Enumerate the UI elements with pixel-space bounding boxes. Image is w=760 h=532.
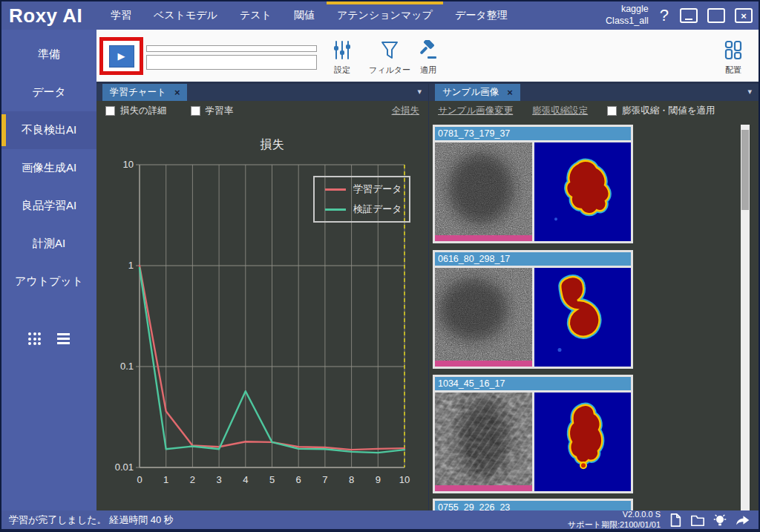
- sidebar: 準備データ不良検出AI画像生成AI良品学習AI計測AIアウトプット: [1, 30, 96, 512]
- nav-menu: 学習ベストモデルテスト閾値アテンションマップデータ整理: [99, 1, 519, 30]
- tab-label: サンプル画像: [442, 86, 499, 99]
- sidebar-menu: 準備データ不良検出AI画像生成AI良品学習AI計測AIアウトプット: [1, 30, 96, 301]
- play-button[interactable]: ▶: [109, 45, 134, 68]
- sample-heatmap-image: [534, 268, 631, 367]
- filter-button[interactable]: フィルター: [367, 40, 413, 76]
- sidebar-item-label: 良品学習AI: [22, 199, 76, 213]
- filter-icon: [380, 40, 399, 60]
- sample-card[interactable]: 0781_73_179_37: [433, 125, 633, 243]
- nav-item-2[interactable]: テスト: [229, 1, 283, 30]
- layout-icon: [724, 40, 743, 60]
- sample-panel-tabstrip: サンプル画像 × ▾: [429, 84, 759, 101]
- nav-item-0[interactable]: 学習: [99, 1, 142, 30]
- progress-bar-bottom: [146, 55, 317, 70]
- sidebar-item-0[interactable]: 準備: [1, 36, 96, 73]
- nav-item-3[interactable]: 閾値: [283, 1, 326, 30]
- legend-swatch: [325, 188, 346, 191]
- maximize-icon[interactable]: [707, 8, 725, 23]
- sidebar-bottom-icons: [1, 332, 96, 345]
- statusbar-right: V2.0.0.0 S サポート期限:2100/01/01: [568, 510, 759, 529]
- nav-item-label: 学習: [111, 9, 131, 22]
- sidebar-item-2[interactable]: 不良検出AI: [1, 111, 96, 149]
- change-sample-link[interactable]: サンプル画像変更: [438, 105, 513, 117]
- nav-item-label: ベストモデル: [154, 9, 217, 22]
- grid-dots-icon[interactable]: [28, 332, 41, 345]
- sample-card-images: [435, 268, 631, 367]
- sample-panel: サンプル画像 × ▾ サンプル画像変更 膨張収縮設定 膨張収縮・閾値を適用 07…: [429, 84, 759, 512]
- sidebar-item-label: 不良検出AI: [22, 123, 76, 137]
- sample-gray-image: [435, 142, 532, 241]
- x-tick-label: 5: [269, 474, 275, 485]
- tab-sample-images[interactable]: サンプル画像 ×: [435, 84, 520, 101]
- scrollbar-thumb[interactable]: [741, 130, 749, 210]
- fabric-texture-overlay: [435, 393, 532, 491]
- nav-item-1[interactable]: ベストモデル: [142, 1, 229, 30]
- sample-gray-image: [435, 393, 532, 491]
- active-sidebar-indicator: [1, 114, 6, 146]
- sample-card[interactable]: 1034_45_16_17: [433, 375, 633, 493]
- chart-panel: 学習チャート × ▾ 損失の詳細 学習率 全損失 012345678910101…: [96, 84, 428, 512]
- status-message: 学習が完了しました。 経過時間 40 秒: [1, 513, 174, 527]
- tab-close-icon[interactable]: ×: [507, 87, 513, 98]
- minimize-icon[interactable]: [680, 8, 698, 23]
- active-tab-indicator: [327, 1, 443, 4]
- class-name: Class1_all: [606, 16, 649, 27]
- sidebar-item-label: データ: [32, 85, 66, 99]
- list-icon[interactable]: [57, 333, 70, 344]
- play-icon: ▶: [118, 50, 125, 62]
- apply-label: 適用: [420, 65, 436, 76]
- x-tick-label: 8: [349, 474, 354, 485]
- minimize-glyph: [685, 19, 692, 20]
- sample-card[interactable]: 0616_80_298_17: [433, 250, 633, 369]
- x-tick-label: 1: [163, 474, 168, 485]
- topbar-right: kaggle Class1_all ? ×: [606, 4, 759, 27]
- sidebar-item-3[interactable]: 画像生成AI: [1, 149, 96, 187]
- dilation-settings-link[interactable]: 膨張収縮設定: [532, 105, 588, 117]
- filter-label: フィルター: [369, 65, 410, 76]
- progress-bar-top: [146, 45, 317, 52]
- folder-icon[interactable]: [690, 513, 705, 528]
- label-color-bar: [435, 361, 532, 367]
- apply-button[interactable]: 適用: [410, 40, 447, 76]
- close-icon[interactable]: ×: [735, 8, 753, 23]
- chart-legend: 学習データ検証データ: [313, 176, 410, 223]
- nav-item-label: アテンションマップ: [337, 9, 433, 22]
- y-tick-label: 0.01: [115, 462, 134, 473]
- sidebar-item-5[interactable]: 計測AI: [1, 225, 96, 263]
- sample-card-list: 0781_73_179_370616_80_298_171034_45_16_1…: [429, 120, 759, 512]
- file-icon[interactable]: [668, 513, 683, 528]
- sidebar-item-label: 準備: [38, 47, 60, 62]
- nav-item-label: データ整理: [455, 9, 508, 22]
- x-tick-label: 3: [216, 474, 221, 485]
- nav-item-label: 閾値: [294, 9, 315, 22]
- settings-button[interactable]: 設定: [321, 40, 364, 76]
- bulb-icon[interactable]: [712, 513, 727, 528]
- help-icon[interactable]: ?: [658, 6, 670, 25]
- dilation-apply-checkbox[interactable]: [607, 106, 617, 116]
- legend-label: 検証データ: [353, 203, 402, 216]
- sample-heatmap-image: [534, 142, 631, 241]
- nav-item-label: テスト: [240, 9, 272, 22]
- layout-button[interactable]: 配置: [715, 40, 751, 76]
- sidebar-item-4[interactable]: 良品学習AI: [1, 187, 96, 225]
- share-icon[interactable]: [735, 513, 750, 528]
- nav-item-5[interactable]: データ整理: [444, 1, 519, 30]
- label-color-bar: [435, 485, 532, 491]
- support-expiry-label: サポート期限:2100/01/01: [568, 520, 661, 530]
- sample-card-header: 0781_73_179_37: [435, 127, 631, 140]
- sidebar-item-label: 計測AI: [33, 237, 65, 251]
- close-glyph: ×: [741, 11, 747, 21]
- apply-gavel-icon: [418, 40, 439, 60]
- x-tick-label: 9: [376, 474, 381, 485]
- legend-entry-0: 学習データ: [325, 183, 409, 196]
- x-tick-label: 4: [243, 474, 248, 485]
- sidebar-item-6[interactable]: アウトプット: [1, 263, 96, 301]
- sample-card-header: 0616_80_298_17: [435, 252, 631, 266]
- sidebar-item-1[interactable]: データ: [1, 73, 96, 111]
- y-tick-label: 0.1: [120, 361, 134, 372]
- scrollbar-track[interactable]: [741, 125, 750, 510]
- nav-item-4[interactable]: アテンションマップ: [326, 1, 444, 30]
- x-tick-label: 0: [137, 474, 142, 485]
- chevron-down-icon[interactable]: ▾: [747, 87, 752, 96]
- project-name: kaggle: [606, 4, 649, 16]
